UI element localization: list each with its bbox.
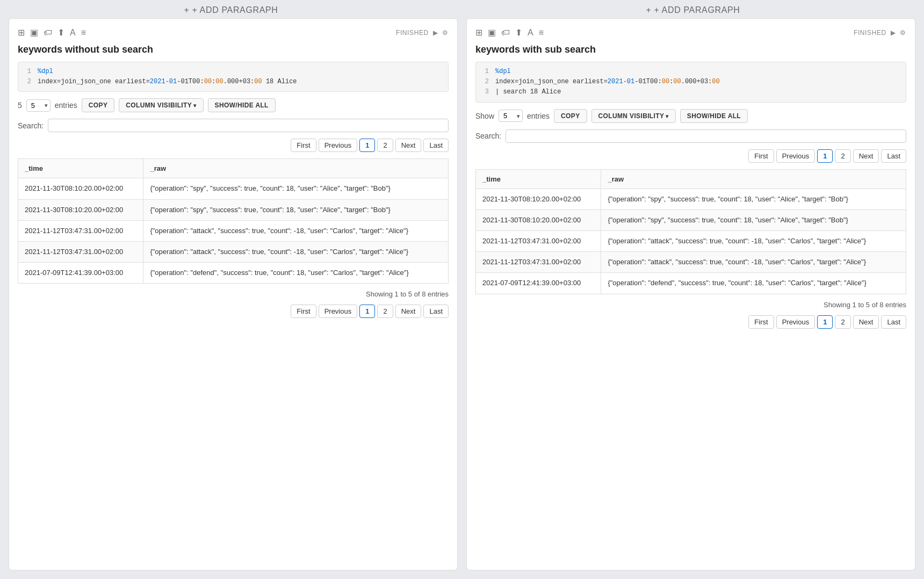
- col-vis-button-right[interactable]: COLUMN VISIBILITY: [591, 109, 676, 123]
- copy-button-right[interactable]: COPY: [554, 109, 587, 123]
- code-line-3-right: 3 | search 18 Alice: [482, 87, 899, 97]
- upload-icon-left[interactable]: ⬆: [57, 27, 64, 38]
- table-row: 2021-11-30T08:10:20.00+02:00{"operation"…: [18, 199, 449, 220]
- add-paragraph-right[interactable]: + + ADD PARAGRAPH: [646, 5, 740, 15]
- text-icon-left[interactable]: A: [70, 28, 76, 38]
- tag-icon-right[interactable]: 🏷: [501, 28, 510, 38]
- table-row: 2021-11-12T03:47:31.00+02:00{"operation"…: [18, 241, 449, 262]
- panel-right-title: keywords with sub search: [475, 44, 906, 55]
- last-button-top-right[interactable]: Last: [881, 149, 906, 163]
- move-icon-left[interactable]: ⊞: [18, 27, 25, 38]
- first-button-top-left[interactable]: First: [291, 139, 316, 152]
- table-row: 2021-11-30T08:10:20.00+02:00{"operation"…: [476, 189, 906, 209]
- page-2-button-bottom-right[interactable]: 2: [835, 315, 850, 329]
- search-row-left: Search:: [18, 119, 449, 132]
- table-row: 2021-11-12T03:47:31.00+02:00{"operation"…: [476, 230, 906, 251]
- col-header-raw-left: _raw: [143, 159, 449, 178]
- col-header-raw-right: _raw: [601, 169, 906, 189]
- play-icon-left[interactable]: ▶: [433, 29, 438, 37]
- table-row: 2021-11-30T08:10:20.00+02:00{"operation"…: [476, 209, 906, 230]
- upload-icon-right[interactable]: ⬆: [515, 27, 522, 38]
- search-row-right: Search:: [475, 129, 906, 143]
- cell-time: 2021-11-30T08:10:20.00+02:00: [18, 199, 143, 220]
- table-controls-top-right: Show 5 10 25 entries COPY COLUMN VISIBIL…: [475, 109, 906, 123]
- panel-right: ⊞ ▣ 🏷 ⬆ A ≡ FINISHED ▶ ⚙ keywords with s…: [466, 18, 915, 570]
- showing-info-left: Showing 1 to 5 of 8 entries: [18, 290, 449, 298]
- page-1-button-top-right[interactable]: 1: [817, 149, 833, 163]
- entries-select-right[interactable]: 5 10 25: [499, 110, 523, 122]
- cell-raw: {"operation": "attack", "success": true,…: [601, 230, 906, 251]
- page-1-button-top-left[interactable]: 1: [359, 139, 375, 152]
- previous-button-top-left[interactable]: Previous: [319, 139, 358, 152]
- last-button-bottom-right[interactable]: Last: [881, 315, 906, 329]
- pagination-top-left: First Previous 1 2 Next Last: [18, 139, 449, 152]
- list-icon-left[interactable]: ≡: [81, 28, 86, 38]
- first-button-bottom-right[interactable]: First: [748, 315, 774, 329]
- play-icon-right[interactable]: ▶: [891, 29, 896, 37]
- first-button-bottom-left[interactable]: First: [291, 305, 316, 318]
- cell-raw: {"operation": "attack", "success": true,…: [143, 241, 449, 262]
- cell-raw: {"operation": "spy", "success": true, "c…: [143, 178, 449, 199]
- move-icon-right[interactable]: ⊞: [475, 27, 482, 38]
- image-icon-left[interactable]: ▣: [30, 27, 38, 38]
- code-line-2-right: 2 index=join_json_one earliest=2021-01-0…: [482, 77, 899, 87]
- tag-icon-left[interactable]: 🏷: [44, 28, 52, 38]
- col-header-time-right: _time: [476, 169, 601, 189]
- search-input-right[interactable]: [506, 129, 906, 143]
- cell-time: 2021-11-12T03:47:31.00+02:00: [476, 230, 601, 251]
- previous-button-top-right[interactable]: Previous: [776, 149, 815, 163]
- data-table-right: _time _raw 2021-11-30T08:10:20.00+02:00{…: [475, 169, 906, 294]
- cell-raw: {"operation": "defend", "success": true,…: [601, 273, 906, 294]
- previous-button-bottom-right[interactable]: Previous: [776, 315, 815, 329]
- entries-label-left: entries: [55, 101, 77, 110]
- next-button-top-right[interactable]: Next: [853, 149, 879, 163]
- page-1-button-bottom-right[interactable]: 1: [817, 315, 833, 329]
- col-vis-button-left[interactable]: COLUMN VISIBILITY: [119, 98, 203, 112]
- cell-time: 2021-11-12T03:47:31.00+02:00: [18, 241, 143, 262]
- gear-icon-left[interactable]: ⚙: [442, 29, 449, 37]
- toolbar-icons-right: ⊞ ▣ 🏷 ⬆ A ≡: [475, 27, 544, 38]
- cell-raw: {"operation": "attack", "success": true,…: [143, 220, 449, 241]
- first-button-top-right[interactable]: First: [748, 149, 774, 163]
- pagination-bottom-right: First Previous 1 2 Next Last: [475, 315, 906, 329]
- page-2-button-top-right[interactable]: 2: [835, 149, 850, 163]
- add-paragraph-left[interactable]: + + ADD PARAGRAPH: [184, 5, 278, 15]
- copy-button-left[interactable]: COPY: [82, 98, 114, 112]
- search-label-right: Search:: [475, 132, 501, 140]
- toolbar-icons-left: ⊞ ▣ 🏷 ⬆ A ≡: [18, 27, 86, 38]
- panel-left-toolbar: ⊞ ▣ 🏷 ⬆ A ≡ FINISHED ▶ ⚙: [18, 27, 449, 38]
- search-input-left[interactable]: [48, 119, 449, 132]
- finished-label-left: FINISHED: [396, 29, 429, 37]
- panel-left-title: keywords without sub search: [18, 44, 449, 55]
- gear-icon-right[interactable]: ⚙: [900, 29, 906, 37]
- next-button-top-left[interactable]: Next: [395, 139, 422, 152]
- last-button-bottom-left[interactable]: Last: [423, 305, 449, 318]
- page-1-button-bottom-left[interactable]: 1: [359, 305, 375, 318]
- plus-icon-right: +: [646, 5, 651, 15]
- table-row: 2021-11-12T03:47:31.00+02:00{"operation"…: [476, 252, 906, 273]
- cell-raw: {"operation": "spy", "success": true, "c…: [601, 189, 906, 209]
- toolbar-right-left: FINISHED ▶ ⚙: [396, 29, 449, 37]
- add-paragraph-left-label: + ADD PARAGRAPH: [192, 5, 278, 15]
- table-row: 2021-11-30T08:10:20.00+02:00{"operation"…: [18, 178, 449, 199]
- text-icon-right[interactable]: A: [528, 28, 533, 38]
- show-label-left: 5: [18, 101, 22, 110]
- show-hide-button-right[interactable]: SHOW/HIDE ALL: [680, 109, 748, 123]
- search-label-left: Search:: [18, 121, 44, 130]
- next-button-bottom-right[interactable]: Next: [853, 315, 879, 329]
- previous-button-bottom-left[interactable]: Previous: [319, 305, 358, 318]
- last-button-top-left[interactable]: Last: [423, 139, 449, 152]
- list-icon-right[interactable]: ≡: [539, 28, 544, 38]
- show-label-right: Show: [475, 112, 494, 120]
- show-hide-button-left[interactable]: SHOW/HIDE ALL: [208, 98, 276, 112]
- entries-label-right: entries: [527, 112, 550, 120]
- plus-icon-left: +: [184, 5, 189, 15]
- image-icon-right[interactable]: ▣: [488, 27, 496, 38]
- cell-time: 2021-11-30T08:10:20.00+02:00: [18, 178, 143, 199]
- next-button-bottom-left[interactable]: Next: [395, 305, 422, 318]
- page-2-button-top-left[interactable]: 2: [377, 139, 393, 152]
- table-row: 2021-07-09T12:41:39.00+03:00{"operation"…: [476, 273, 906, 294]
- page-2-button-bottom-left[interactable]: 2: [377, 305, 393, 318]
- code-block-right: 1 %dpl 2 index=join_json_one earliest=20…: [475, 62, 906, 103]
- entries-select-left[interactable]: 5 10 25: [26, 99, 50, 112]
